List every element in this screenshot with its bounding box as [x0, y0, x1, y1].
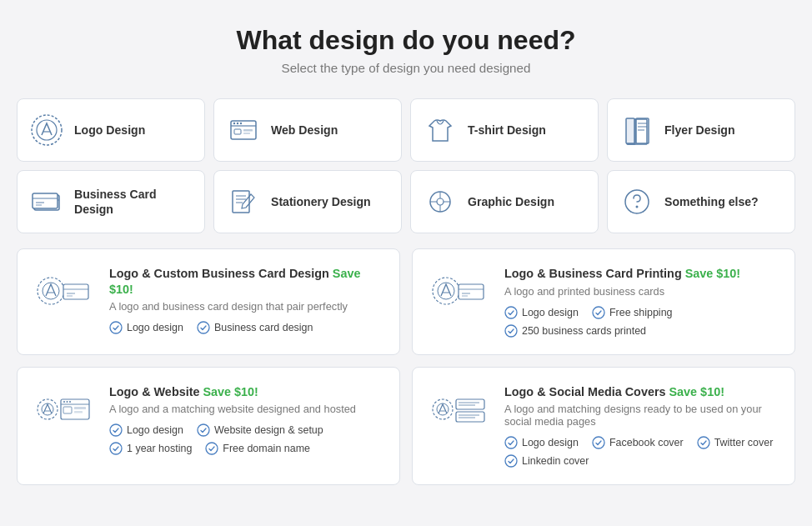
- check-icon: [109, 321, 123, 334]
- business-card-icon: [29, 184, 64, 219]
- feature-label: Linkedin cover: [522, 455, 589, 467]
- bundle-feature: Website design & setup: [197, 423, 323, 437]
- design-type-web[interactable]: Web Design: [213, 98, 402, 162]
- bundle-logo-printing: Logo & Business Card Printing Save $10! …: [412, 248, 795, 355]
- svg-point-64: [110, 424, 122, 436]
- svg-point-44: [198, 322, 209, 333]
- bundle-icon: [426, 266, 493, 316]
- feature-label: Logo design: [522, 307, 579, 318]
- bundle-feature: Twitter cover: [697, 436, 774, 449]
- bundle-feature: Linkedin cover: [504, 454, 589, 468]
- svg-point-59: [67, 401, 68, 403]
- other-icon: [619, 184, 654, 219]
- svg-rect-70: [456, 399, 484, 409]
- bundle-feature: Logo design: [504, 306, 579, 319]
- bundle-feature: Logo design: [504, 436, 579, 449]
- bundle-save: Save $10!: [685, 267, 740, 280]
- svg-point-53: [505, 325, 517, 337]
- bundle-info: Logo & Business Card Printing Save $10! …: [504, 266, 778, 338]
- design-type-tshirt[interactable]: T-shirt Design: [410, 98, 599, 162]
- logo-icon: [29, 113, 64, 148]
- svg-point-30: [437, 198, 444, 205]
- design-type-label: Web Design: [271, 123, 338, 138]
- bundle-title: Logo & Custom Business Card Design Save …: [109, 266, 383, 297]
- check-icon: [197, 321, 210, 334]
- design-type-business-card[interactable]: Business Card Design: [17, 170, 205, 233]
- svg-rect-8: [243, 129, 253, 132]
- svg-rect-25: [233, 191, 249, 213]
- design-type-other[interactable]: Something else?: [607, 170, 795, 233]
- svg-point-60: [69, 401, 71, 403]
- feature-label: Logo design: [522, 437, 579, 448]
- design-type-logo[interactable]: Logo Design: [17, 98, 205, 162]
- svg-point-67: [206, 443, 218, 454]
- svg-point-52: [593, 307, 604, 318]
- check-icon: [697, 436, 710, 449]
- check-icon: [205, 442, 218, 455]
- web-icon: [226, 113, 261, 148]
- svg-point-58: [63, 401, 65, 403]
- svg-point-54: [38, 399, 58, 419]
- bundle-feature: Free shipping: [592, 306, 673, 319]
- svg-rect-61: [63, 407, 72, 413]
- design-type-label: Graphic Design: [468, 194, 554, 209]
- bundle-logo-website: Logo & Website Save $10! A logo and a ma…: [17, 367, 400, 486]
- svg-rect-39: [63, 284, 88, 299]
- check-icon: [504, 436, 518, 449]
- svg-point-66: [110, 443, 122, 454]
- design-type-label: T-shirt Design: [468, 123, 546, 138]
- svg-point-51: [505, 307, 517, 318]
- design-type-flyer[interactable]: Flyer Design: [607, 98, 795, 162]
- bundle-desc: A logo and matching designs ready to be …: [504, 403, 778, 428]
- svg-point-4: [233, 123, 235, 124]
- design-type-graphic[interactable]: Graphic Design: [410, 170, 599, 233]
- bundle-info: Logo & Social Media Covers Save $10! A l…: [504, 384, 778, 468]
- bundle-feature: Logo design: [109, 423, 183, 437]
- check-icon: [504, 306, 518, 319]
- bundle-features: Logo design Facebook cover Twitter cover: [504, 436, 778, 468]
- check-icon: [592, 306, 605, 319]
- svg-point-79: [505, 455, 517, 467]
- svg-rect-63: [74, 411, 83, 413]
- svg-rect-12: [626, 118, 634, 143]
- svg-point-5: [237, 123, 238, 124]
- bundle-info: Logo & Website Save $10! A logo and a ma…: [109, 384, 383, 456]
- svg-point-77: [593, 437, 604, 448]
- bundle-desc: A logo and a matching website designed a…: [109, 403, 383, 415]
- bundle-icon: [31, 266, 98, 316]
- bundle-feature: 1 year hosting: [109, 442, 192, 455]
- bundle-desc: A logo and printed business cards: [504, 285, 778, 298]
- feature-label: Twitter cover: [714, 437, 774, 448]
- bundle-features: Logo design Free shipping 250 business c…: [504, 306, 778, 338]
- bundle-save: Save $10!: [109, 267, 360, 296]
- svg-rect-47: [459, 284, 484, 299]
- svg-point-45: [433, 278, 459, 304]
- bundle-grid: Logo & Custom Business Card Design Save …: [17, 248, 795, 485]
- feature-label: Free shipping: [609, 307, 673, 318]
- bundle-feature: Business card design: [197, 321, 313, 334]
- bundle-features: Logo design Website design & setup 1 yea…: [109, 423, 383, 455]
- design-type-stationery[interactable]: Stationery Design: [213, 170, 402, 233]
- bundle-feature: 250 business cards printed: [504, 324, 646, 338]
- page-title: What design do you need?: [17, 25, 795, 56]
- design-type-grid: Logo Design Web Design T-shirt Design: [17, 98, 795, 233]
- design-type-label: Flyer Design: [664, 123, 735, 138]
- bundle-logo-business-card: Logo & Custom Business Card Design Save …: [17, 248, 400, 355]
- feature-label: Logo design: [127, 322, 183, 333]
- svg-rect-71: [456, 412, 484, 422]
- bundle-title: Logo & Social Media Covers Save $10!: [504, 384, 778, 400]
- feature-label: Logo design: [127, 424, 183, 436]
- bundle-feature: Facebook cover: [592, 436, 684, 449]
- svg-rect-21: [33, 193, 58, 208]
- bundle-icon: [426, 384, 493, 434]
- tshirt-icon: [423, 113, 458, 148]
- feature-label: 1 year hosting: [127, 443, 192, 454]
- design-type-label: Stationery Design: [271, 194, 371, 209]
- feature-label: Website design & setup: [214, 424, 323, 436]
- design-type-label: Something else?: [664, 194, 759, 209]
- bundle-title: Logo & Business Card Printing Save $10!: [504, 266, 778, 282]
- svg-point-78: [698, 437, 709, 448]
- svg-rect-9: [243, 133, 250, 134]
- svg-point-68: [433, 399, 453, 419]
- feature-label: Free domain name: [223, 443, 310, 454]
